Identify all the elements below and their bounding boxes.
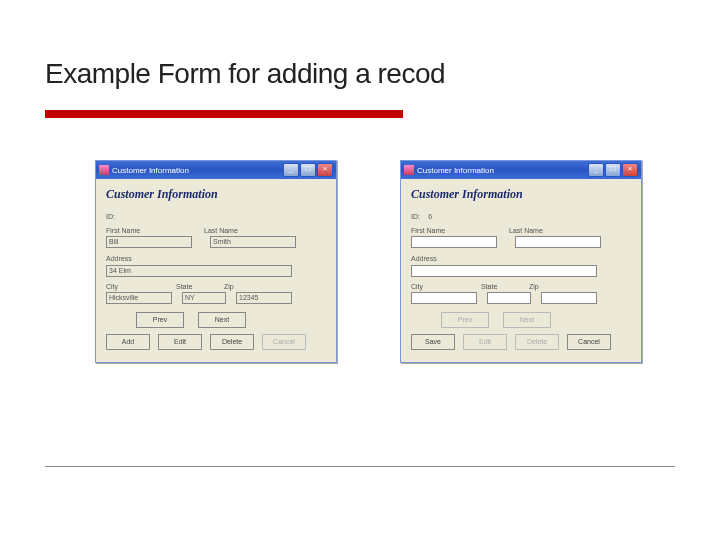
titlebar: Customer Information _ □ × xyxy=(96,161,336,179)
minimize-button[interactable]: _ xyxy=(588,163,604,177)
zip-label: Zip xyxy=(529,283,539,290)
customer-form-empty: Customer Information _ □ × Customer Info… xyxy=(400,160,642,363)
cancel-button[interactable]: Cancel xyxy=(262,334,306,350)
id-value: 6 xyxy=(428,213,432,220)
add-button[interactable]: Add xyxy=(106,334,150,350)
maximize-button[interactable]: □ xyxy=(605,163,621,177)
slide-title: Example Form for adding a recod xyxy=(45,58,445,90)
footer-rule xyxy=(45,466,675,467)
address-label: Address xyxy=(106,255,132,262)
prev-button[interactable]: Prev xyxy=(441,312,489,328)
form-heading: Customer Information xyxy=(411,187,631,202)
window-title: Customer Information xyxy=(112,166,283,175)
edit-button[interactable]: Edit xyxy=(158,334,202,350)
window-title: Customer Information xyxy=(417,166,588,175)
address-field[interactable] xyxy=(411,265,597,277)
first-name-label: First Name xyxy=(411,227,491,234)
close-button[interactable]: × xyxy=(317,163,333,177)
zip-field[interactable]: 12345 xyxy=(236,292,292,304)
id-label: ID: xyxy=(106,213,115,220)
state-label: State xyxy=(481,283,519,290)
cancel-button[interactable]: Cancel xyxy=(567,334,611,350)
city-label: City xyxy=(106,283,166,290)
save-button[interactable]: Save xyxy=(411,334,455,350)
first-name-label: First Name xyxy=(106,227,186,234)
next-button[interactable]: Next xyxy=(503,312,551,328)
titlebar: Customer Information _ □ × xyxy=(401,161,641,179)
city-label: City xyxy=(411,283,471,290)
city-field[interactable]: Hicksville xyxy=(106,292,172,304)
form-heading: Customer Information xyxy=(106,187,326,202)
app-icon xyxy=(404,165,414,175)
edit-button[interactable]: Edit xyxy=(463,334,507,350)
first-name-field[interactable] xyxy=(411,236,497,248)
id-label: ID: xyxy=(411,213,420,220)
last-name-field[interactable]: Smith xyxy=(210,236,296,248)
next-button[interactable]: Next xyxy=(198,312,246,328)
maximize-button[interactable]: □ xyxy=(300,163,316,177)
last-name-label: Last Name xyxy=(204,227,238,234)
first-name-field[interactable]: Bill xyxy=(106,236,192,248)
customer-form-populated: Customer Information _ □ × Customer Info… xyxy=(95,160,337,363)
zip-field[interactable] xyxy=(541,292,597,304)
last-name-field[interactable] xyxy=(515,236,601,248)
state-field[interactable] xyxy=(487,292,531,304)
address-label: Address xyxy=(411,255,437,262)
address-field[interactable]: 34 Elm xyxy=(106,265,292,277)
last-name-label: Last Name xyxy=(509,227,543,234)
zip-label: Zip xyxy=(224,283,234,290)
delete-button[interactable]: Delete xyxy=(210,334,254,350)
delete-button[interactable]: Delete xyxy=(515,334,559,350)
state-label: State xyxy=(176,283,214,290)
state-field[interactable]: NY xyxy=(182,292,226,304)
prev-button[interactable]: Prev xyxy=(136,312,184,328)
city-field[interactable] xyxy=(411,292,477,304)
app-icon xyxy=(99,165,109,175)
close-button[interactable]: × xyxy=(622,163,638,177)
minimize-button[interactable]: _ xyxy=(283,163,299,177)
title-underline xyxy=(45,110,403,118)
